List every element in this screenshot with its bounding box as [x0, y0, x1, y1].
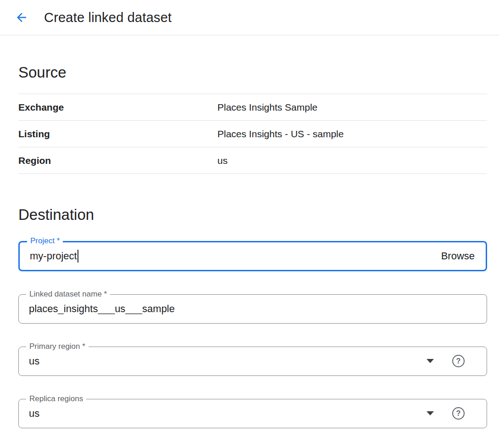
primary-region-select[interactable]: us: [29, 355, 427, 367]
project-field[interactable]: Project * my-project Browse: [18, 241, 487, 271]
page-title: Create linked dataset: [44, 10, 172, 25]
replica-regions-value: us: [29, 408, 39, 420]
primary-region-trailing: ?: [427, 355, 477, 367]
source-section-heading: Source: [18, 63, 487, 82]
page-header: Create linked dataset: [0, 0, 499, 35]
main-content: Source Exchange Places Insights Sample L…: [0, 63, 499, 442]
primary-region-field[interactable]: Primary region * us ?: [18, 347, 487, 376]
table-row-exchange: Exchange Places Insights Sample: [18, 94, 487, 121]
table-row-listing: Listing Places Insights - US - sample: [18, 121, 487, 147]
linked-dataset-name-label: Linked dataset name *: [26, 290, 110, 299]
project-field-label: Project *: [27, 236, 63, 246]
help-icon[interactable]: ?: [452, 407, 465, 420]
table-row-region: Region us: [18, 147, 487, 174]
replica-regions-select[interactable]: us: [29, 408, 427, 420]
primary-region-label: Primary region *: [26, 342, 89, 351]
replica-regions-label: Replica regions: [26, 394, 86, 403]
linked-dataset-name-input[interactable]: places_insights___us___sample: [29, 303, 477, 315]
row-value: us: [217, 155, 227, 166]
chevron-down-icon[interactable]: [427, 359, 434, 363]
row-value: Places Insights Sample: [217, 102, 317, 113]
source-info-table: Exchange Places Insights Sample Listing …: [18, 94, 487, 174]
row-value: Places Insights - US - sample: [217, 129, 344, 140]
project-input[interactable]: my-project: [30, 250, 440, 263]
primary-region-value: us: [29, 355, 39, 367]
chevron-down-icon[interactable]: [427, 411, 434, 415]
replica-regions-field[interactable]: Replica regions us ?: [18, 399, 487, 428]
project-input-value: my-project: [30, 250, 77, 262]
row-label: Region: [18, 155, 217, 166]
back-button[interactable]: [12, 8, 31, 27]
create-linked-dataset-page: Create linked dataset Source Exchange Pl…: [0, 0, 499, 442]
row-label: Exchange: [18, 102, 217, 113]
replica-regions-trailing: ?: [427, 407, 477, 420]
linked-dataset-name-field[interactable]: Linked dataset name * places_insights___…: [18, 294, 487, 324]
text-cursor: [78, 250, 78, 263]
destination-section-heading: Destination: [18, 205, 487, 224]
row-label: Listing: [18, 129, 217, 140]
browse-button[interactable]: Browse: [440, 248, 476, 264]
arrow-left-icon: [15, 11, 28, 24]
linked-dataset-name-value: places_insights___us___sample: [29, 303, 175, 315]
help-icon[interactable]: ?: [452, 355, 465, 367]
